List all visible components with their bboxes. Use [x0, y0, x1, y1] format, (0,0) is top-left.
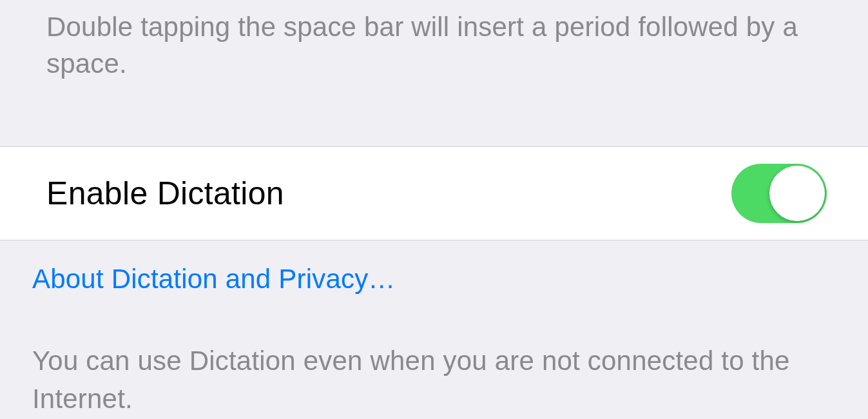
enable-dictation-row[interactable]: Enable Dictation	[0, 146, 868, 240]
toggle-knob	[769, 166, 825, 221]
section-gap	[0, 95, 868, 146]
about-dictation-privacy-link[interactable]: About Dictation and Privacy…	[0, 240, 868, 301]
enable-dictation-label: Enable Dictation	[46, 175, 284, 212]
enable-dictation-toggle[interactable]	[731, 164, 827, 223]
dictation-description: You can use Dictation even when you are …	[0, 301, 868, 419]
previous-section-footer: Double tapping the space bar will insert…	[0, 0, 868, 95]
